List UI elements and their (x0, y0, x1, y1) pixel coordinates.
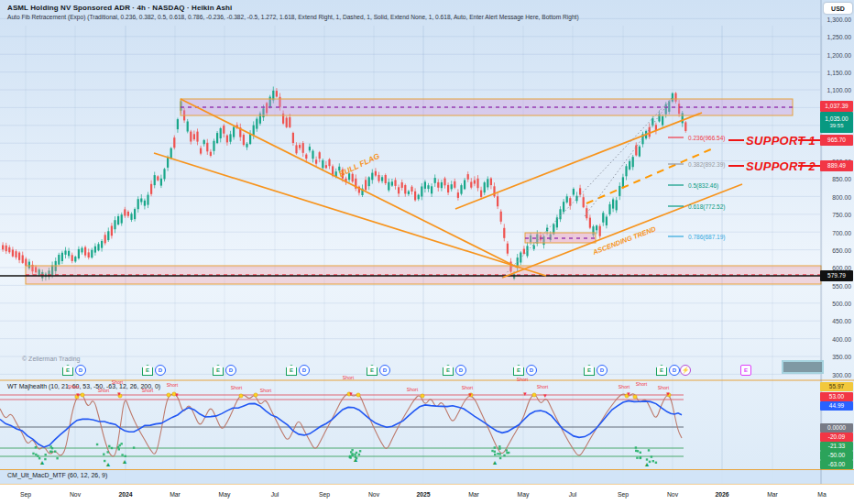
chart-background (0, 0, 854, 484)
indicator-settings-line[interactable]: Auto Fib Retracement (Expo) (Traditional… (7, 14, 579, 20)
price-badge: 889.49 (820, 160, 853, 171)
time-axis-label: 2026 (715, 491, 728, 498)
upcoming-earnings-icon[interactable]: ⚡ (680, 365, 691, 376)
price-axis-label: 1,250.00 (805, 34, 851, 40)
short-signal-label: Short (112, 379, 123, 385)
event-icon-pink[interactable]: E (740, 365, 751, 376)
watermark: © Zellerman Trading (22, 356, 81, 362)
time-axis-label: 2025 (416, 491, 430, 498)
short-arrow-icon: ▼ (626, 391, 631, 397)
wt-buy-cluster-marker (49, 451, 51, 453)
wt-buy-cluster-marker (350, 451, 352, 453)
fib-level-label: 0.5(832.46) (688, 182, 718, 189)
wt-buy-cluster-marker (359, 450, 361, 452)
wt-indicator-title[interactable]: WT Majhealth (10, 21, 60, 53, -50, -63, … (7, 383, 160, 389)
short-signal-label: Short (231, 385, 242, 390)
wt-buy-cluster-marker (637, 450, 639, 452)
wt-buy-cluster-marker (497, 453, 498, 455)
dividends-icon[interactable]: D (155, 365, 166, 376)
long-arrow-icon: ▲ (105, 461, 112, 467)
short-signal-label: Short (658, 385, 669, 390)
wt-buy-cluster-marker (499, 457, 501, 459)
dividends-icon[interactable]: D (75, 365, 86, 376)
dividends-icon[interactable]: D (225, 365, 236, 376)
short-arrow-icon: ▼ (522, 391, 528, 397)
short-signal-label: Short (407, 387, 418, 392)
wt-buy-cluster-marker (117, 446, 119, 448)
fib-level-label: 0.382(892.39) (688, 161, 725, 168)
time-axis-label: Mar (767, 491, 778, 498)
dividends-icon[interactable]: D (526, 365, 537, 376)
indicator-badge: 55.97 (820, 382, 853, 391)
wt-buy-cluster-marker (96, 444, 98, 445)
price-axis-label: 700.00 (805, 230, 851, 236)
price-axis-label: 750.00 (805, 212, 851, 218)
symbol-title[interactable]: ASML Holding NV Sponsored ADR · 4h · NAS… (7, 4, 232, 12)
short-arrow-icon: ▼ (174, 392, 180, 398)
wt-buy-cluster-marker (35, 446, 37, 448)
wt-buy-cluster-marker (32, 453, 34, 455)
wt-cross-dot (239, 394, 243, 398)
wt-buy-cluster-marker (651, 455, 652, 457)
wt-buy-cluster-marker (494, 454, 496, 455)
wt-cross-dot (167, 393, 170, 397)
short-signal-label: Short (537, 384, 548, 389)
chart-canvas[interactable] (0, 0, 854, 504)
price-axis-label: 650.00 (805, 247, 851, 254)
wt-buy-cluster-marker (358, 454, 360, 455)
price-axis-label: 350.00 (805, 354, 851, 360)
indicator-badge: -20.09 (820, 433, 853, 442)
long-arrow-icon: ▲ (644, 461, 651, 467)
long-arrow-icon: ▲ (39, 459, 46, 466)
price-axis-label: 400.00 (805, 336, 851, 343)
short-arrow-icon: ▼ (467, 392, 473, 398)
support-2-dash-left (728, 165, 744, 167)
currency-toggle-button[interactable]: USD (824, 3, 852, 14)
price-axis-label: 550.00 (805, 283, 851, 290)
wt-buy-cluster-marker (56, 457, 58, 459)
wt-buy-cluster-marker (108, 445, 110, 447)
wt-buy-cluster-marker (51, 447, 53, 449)
time-axis-label: Nov (368, 491, 379, 498)
wt-cross-dot (421, 394, 424, 398)
price-badge: 579.79 (820, 270, 853, 281)
price-axis-label: 1,150.00 (805, 70, 851, 76)
short-signal-label: Short (167, 382, 178, 388)
dividends-icon[interactable]: D (455, 365, 466, 376)
wt-buy-cluster-marker (635, 446, 637, 448)
wt-cross-dot (81, 393, 84, 397)
long-arrow-icon: ▲ (492, 459, 498, 466)
wt-buy-cluster-marker (640, 457, 641, 459)
trading-chart-window: ASML Holding NV Sponsored ADR · 4h · NAS… (0, 0, 854, 504)
wt-buy-cluster-marker (498, 445, 500, 447)
time-axis-label: May (219, 491, 231, 498)
wt-buy-cluster-marker (655, 462, 657, 464)
macd-indicator-title[interactable]: CM_Ult_MacD_MTF (60, 12, 26, 9) (7, 472, 107, 478)
time-axis-label: Mar (170, 491, 181, 498)
short-arrow-icon: ▼ (348, 391, 354, 397)
wt-buy-cluster-marker (45, 454, 47, 455)
indicator-badge: -50.00 (820, 451, 853, 460)
wt-buy-cluster-marker (356, 452, 357, 454)
wt-buy-cluster-marker (121, 454, 123, 455)
short-signal-label: Short (462, 385, 473, 390)
wt-buy-cluster-marker (499, 453, 501, 455)
wt-buy-cluster-marker (494, 446, 496, 448)
wt-cross-dot (356, 393, 360, 397)
short-arrow-icon: ▼ (542, 393, 548, 399)
wt-cross-dot (633, 395, 637, 399)
time-axis-label: Nov (70, 491, 81, 498)
wt-cross-dot (254, 393, 257, 397)
short-signal-label: Short (343, 375, 354, 380)
dividends-icon[interactable]: D (597, 365, 608, 376)
short-arrow-icon: ▼ (75, 392, 81, 398)
wt-cross-dot (532, 393, 536, 397)
wt-buy-cluster-marker (503, 455, 505, 456)
dividends-icon[interactable]: D (669, 365, 680, 376)
wt-buy-cluster-marker (494, 451, 496, 453)
price-badge: 965.70 (820, 135, 853, 146)
indicator-badge: 53.00 (820, 392, 853, 401)
wt-buy-cluster-marker (35, 454, 37, 455)
dividends-icon[interactable]: D (299, 365, 310, 376)
dividends-icon[interactable]: D (379, 365, 390, 376)
